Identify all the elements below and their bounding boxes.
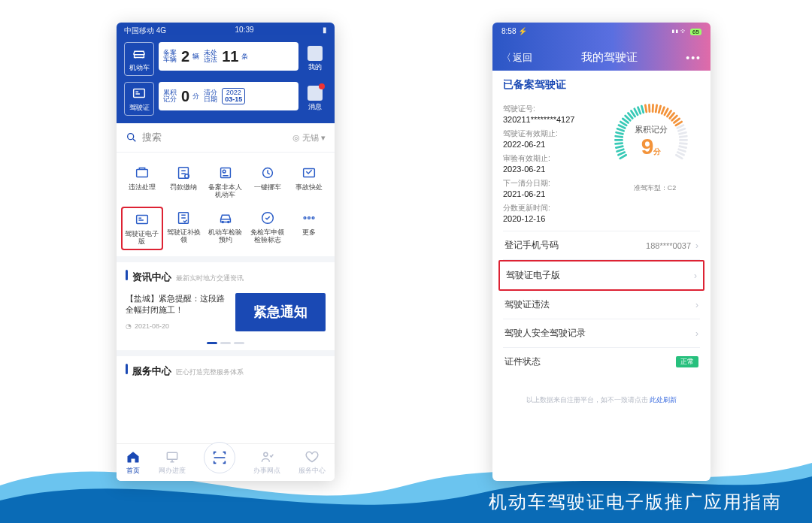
avatar-icon xyxy=(308,46,323,61)
service-7[interactable]: 机动车检验预约 xyxy=(205,207,247,250)
heart-icon xyxy=(304,449,320,464)
points-gauge: 累积记分 9分 xyxy=(610,99,692,182)
page-title: 我的驾驶证 xyxy=(581,50,638,65)
news-headline: 【盐城】紧急提醒：这段路全幅封闭施工！ xyxy=(126,293,228,316)
clock-icon: ◔ xyxy=(126,322,132,331)
service-3[interactable]: 一键挪车 xyxy=(247,162,289,202)
service-icon xyxy=(217,165,234,181)
svg-point-6 xyxy=(223,170,226,173)
tab-vehicle[interactable]: 机动车 xyxy=(124,42,154,76)
news-section-header: 资讯中心 最新实时地方交通资讯 xyxy=(117,256,335,289)
clear-date: 2022 03-15 xyxy=(222,88,245,104)
banner-title: 机动车驾驶证电子版推广应用指南 xyxy=(489,490,782,514)
service-6[interactable]: 驾驶证补换领 xyxy=(163,207,205,250)
news-pager xyxy=(117,339,335,350)
points-value: 9分 xyxy=(641,135,662,158)
status-time: 10:39 xyxy=(235,26,254,36)
svg-point-14 xyxy=(304,216,306,219)
wifi-icon: ᯤ xyxy=(680,27,688,35)
search-bar[interactable]: 搜索 ◎ 无锡 ▾ xyxy=(117,123,335,153)
status-bar: 中国移动 4G 10:39 ▮ xyxy=(124,26,327,36)
service-icon xyxy=(301,210,317,226)
status-bar: 8:58 ⚡ ▮▮ ᯤ 65 xyxy=(501,27,701,35)
service-icon xyxy=(259,210,276,226)
row-phone[interactable]: 登记手机号码 188****0037› xyxy=(503,231,700,260)
status-carrier: 中国移动 4G xyxy=(124,26,166,36)
service-icon xyxy=(217,210,234,226)
scan-icon xyxy=(211,449,228,466)
service-8[interactable]: 免检车申领检验标志 xyxy=(247,207,289,250)
license-card-icon xyxy=(131,85,147,101)
row-violations[interactable]: 驾驶证违法 › xyxy=(503,291,700,319)
status-badge: 正常 xyxy=(676,356,698,367)
chevron-left-icon: 〈 xyxy=(501,51,511,65)
service-icon xyxy=(175,210,192,226)
card-vehicle-summary[interactable]: 备案车辆 2 辆 未处违法 11 条 xyxy=(159,42,298,71)
svg-point-16 xyxy=(312,216,314,219)
bottom-tabbar: 首页 网办进度 办事网点 服务中心 xyxy=(117,443,335,481)
svg-rect-5 xyxy=(221,168,231,178)
service-icon xyxy=(301,165,317,181)
search-label: 搜索 xyxy=(142,131,162,144)
more-button[interactable]: ••• xyxy=(686,52,701,64)
car-icon xyxy=(131,45,147,62)
user-check-icon xyxy=(259,449,274,464)
svg-rect-9 xyxy=(136,215,147,223)
status-icons: ▮▮ ᯤ 65 xyxy=(671,27,701,35)
license-info: 驾驶证号: 320211********4127 驾驶证有效期止: 2022-0… xyxy=(503,99,700,223)
tab-scan[interactable] xyxy=(204,442,235,473)
service-icon xyxy=(259,165,276,181)
news-banner: 紧急通知 xyxy=(235,293,326,331)
svg-point-1 xyxy=(128,134,134,140)
service-2[interactable]: 备案非本人机动车 xyxy=(205,162,247,202)
row-elicense[interactable]: 驾驶证电子版 › xyxy=(498,260,704,291)
phone-license-detail: 8:58 ⚡ ▮▮ ᯤ 65 〈 返回 我的驾驶证 ••• 已备案驾驶证 驾驶证… xyxy=(492,23,710,481)
news-card[interactable]: 【盐城】紧急提醒：这段路全幅封闭施工！ ◔ 2021-08-20 紧急通知 xyxy=(117,289,335,339)
chevron-right-icon: › xyxy=(694,271,697,281)
svg-rect-3 xyxy=(179,168,189,179)
message-icon xyxy=(308,86,323,101)
tab-license[interactable]: 驾驶证 xyxy=(124,82,154,116)
service-1[interactable]: 罚款缴纳 xyxy=(163,162,205,202)
service-icon xyxy=(134,211,150,228)
svg-point-15 xyxy=(308,216,311,219)
location-picker[interactable]: ◎ 无锡 ▾ xyxy=(292,132,326,144)
service-section-header: 服务中心 匠心打造完整服务体系 xyxy=(117,350,335,382)
back-button[interactable]: 〈 返回 xyxy=(501,51,532,65)
service-0[interactable]: 违法处理 xyxy=(121,162,163,202)
chevron-right-icon: › xyxy=(695,240,698,251)
messages-button[interactable]: 消息 xyxy=(303,82,327,116)
row-status: 证件状态 正常 xyxy=(503,348,700,376)
chevron-right-icon: › xyxy=(695,300,698,310)
card-license-summary[interactable]: 累积记分 0 分 清分日期 2022 03-15 xyxy=(159,82,298,110)
tab-progress[interactable]: 网办进度 xyxy=(159,449,186,476)
me-button[interactable]: 我的 xyxy=(303,42,327,76)
services-grid: 违法处理罚款缴纳备案非本人机动车一键挪车事故快处驾驶证电子版驾驶证补换领机动车检… xyxy=(117,153,335,256)
detail-list: 登记手机号码 188****0037› 驾驶证电子版 › 驾驶证违法 › 驾驶人… xyxy=(503,231,700,376)
signal-icon: ▮▮ xyxy=(671,27,679,35)
footer-note: 以上数据来自注册平台，如不一致请点击 此处刷新 xyxy=(503,395,700,405)
section-title: 已备案驾驶证 xyxy=(503,78,700,92)
svg-rect-17 xyxy=(167,452,177,459)
tab-home[interactable]: 首页 xyxy=(126,449,141,476)
home-icon xyxy=(126,449,141,464)
service-4[interactable]: 事故快处 xyxy=(288,162,330,202)
service-9[interactable]: 更多 xyxy=(288,207,330,250)
home-header: 中国移动 4G 10:39 ▮ 机动车 备案车辆 2 辆 未处违法 11 条 我… xyxy=(117,23,335,123)
service-icon xyxy=(175,165,192,181)
service-5[interactable]: 驾驶证电子版 xyxy=(121,207,163,250)
refresh-link[interactable]: 此处刷新 xyxy=(650,396,677,404)
status-battery-icon: ▮ xyxy=(323,26,327,36)
tab-service[interactable]: 服务中心 xyxy=(298,449,326,476)
detail-header: 8:58 ⚡ ▮▮ ᯤ 65 〈 返回 我的驾驶证 ••• xyxy=(492,23,710,71)
phone-home: 中国移动 4G 10:39 ▮ 机动车 备案车辆 2 辆 未处违法 11 条 我… xyxy=(117,23,335,481)
news-date: ◔ 2021-08-20 xyxy=(126,322,228,331)
svg-rect-2 xyxy=(136,169,147,177)
chevron-right-icon: › xyxy=(695,328,698,339)
monitor-icon xyxy=(165,449,180,464)
svg-rect-0 xyxy=(134,89,145,98)
search-icon xyxy=(126,132,138,144)
license-class: 准驾车型：C2 xyxy=(610,183,700,193)
row-safety-record[interactable]: 驾驶人安全驾驶记录 › xyxy=(503,319,700,348)
tab-branches[interactable]: 办事网点 xyxy=(253,449,280,476)
